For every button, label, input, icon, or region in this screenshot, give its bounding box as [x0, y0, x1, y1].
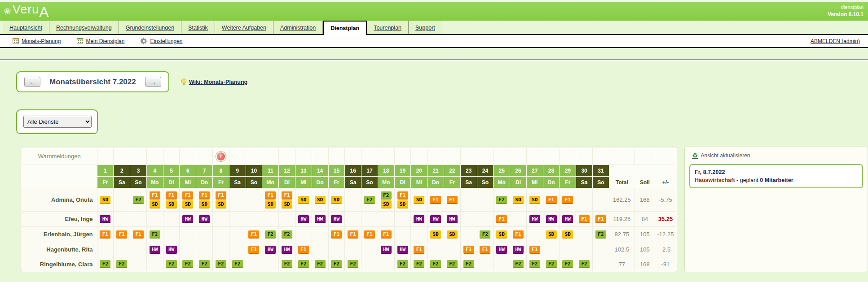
shift-badge-f1[interactable]: F1	[529, 246, 540, 254]
weekday-header-21[interactable]: Do	[427, 177, 444, 188]
weekday-header-25[interactable]: Mo	[493, 177, 510, 188]
shift-badge-f1[interactable]: F1	[496, 215, 507, 223]
shift-badge-f1[interactable]: F1	[100, 230, 110, 239]
roster-cell-day-26[interactable]: HW	[510, 242, 527, 257]
roster-cell-day-17[interactable]	[361, 257, 378, 271]
roster-cell-day-17[interactable]: F2	[361, 188, 378, 212]
roster-cell-day-13[interactable]: F2	[295, 257, 312, 271]
roster-cell-day-1[interactable]: F2	[97, 257, 114, 271]
roster-cell-day-24[interactable]: F2	[477, 227, 493, 242]
roster-cell-day-11[interactable]	[262, 212, 279, 227]
shift-badge-f1[interactable]: F1	[166, 191, 177, 200]
tab-statistik[interactable]: Statistik	[181, 21, 215, 34]
weekday-header-19[interactable]: Di	[394, 177, 411, 188]
shift-badge-f1[interactable]: F1	[546, 196, 557, 204]
roster-cell-day-10[interactable]	[246, 188, 262, 212]
roster-cell-day-6[interactable]: F1SD	[180, 188, 196, 212]
roster-cell-day-3[interactable]: F1	[130, 227, 147, 242]
next-month-button[interactable]: →	[145, 77, 161, 87]
shift-badge-f1[interactable]: F1	[248, 230, 259, 239]
weekday-header-17[interactable]: So	[361, 177, 378, 188]
roster-cell-day-28[interactable]	[543, 242, 560, 257]
roster-cell-day-21[interactable]: F1	[427, 188, 444, 212]
shift-badge-sd[interactable]: SD	[182, 200, 193, 208]
shift-badge-f2[interactable]: F2	[381, 191, 392, 200]
day-header-2[interactable]: 2	[114, 165, 130, 177]
refresh-view-link[interactable]: ♻ Ansicht aktualisieren	[692, 152, 863, 160]
roster-cell-day-3[interactable]	[130, 257, 147, 271]
tab-grundeinstellungen[interactable]: Grundeinstellungen	[119, 21, 181, 34]
roster-cell-day-17[interactable]: F1	[361, 227, 378, 242]
shift-badge-f2[interactable]: F2	[265, 230, 276, 239]
shift-badge-f2[interactable]: F2	[496, 196, 507, 204]
roster-cell-day-28[interactable]: F1	[543, 188, 560, 212]
shift-badge-hw[interactable]: HW	[166, 246, 177, 254]
tab-administration[interactable]: Administration	[273, 21, 323, 34]
roster-cell-day-15[interactable]: HW	[328, 212, 345, 227]
roster-cell-day-20[interactable]: HW	[411, 212, 427, 227]
roster-cell-day-23[interactable]	[460, 227, 477, 242]
shift-badge-sd[interactable]: SD	[496, 230, 507, 239]
roster-cell-day-9[interactable]	[229, 242, 246, 257]
weekday-header-13[interactable]: Mi	[295, 177, 312, 188]
shift-badge-f1[interactable]: F1	[381, 230, 392, 239]
shift-badge-sd[interactable]: SD	[562, 230, 573, 239]
roster-cell-day-5[interactable]: HW	[163, 242, 180, 257]
weekday-header-3[interactable]: So	[130, 177, 147, 188]
roster-cell-day-16[interactable]	[345, 188, 361, 212]
day-header-13[interactable]: 13	[295, 165, 312, 177]
roster-cell-day-12[interactable]: F1SD	[279, 188, 295, 212]
shift-badge-f2[interactable]: F2	[116, 260, 127, 268]
shift-badge-sd[interactable]: SD	[315, 196, 326, 204]
roster-cell-day-24[interactable]	[477, 257, 493, 271]
shift-badge-f2[interactable]: F2	[546, 260, 557, 268]
weekday-header-26[interactable]: Di	[510, 177, 527, 188]
roster-cell-day-27[interactable]	[526, 227, 543, 242]
day-header-27[interactable]: 27	[526, 165, 543, 177]
roster-cell-day-27[interactable]: F1	[526, 242, 543, 257]
roster-cell-day-16[interactable]: F1	[345, 227, 361, 242]
shift-badge-f2[interactable]: F2	[430, 260, 441, 268]
shift-badge-sd[interactable]: SD	[529, 196, 540, 204]
shift-badge-hw[interactable]: HW	[265, 246, 276, 254]
toolbar-link-einstellungen[interactable]: Einstellungen	[141, 38, 182, 44]
weekday-header-5[interactable]: Di	[163, 177, 180, 188]
shift-badge-hw[interactable]: HW	[529, 215, 540, 223]
shift-badge-sd[interactable]: SD	[100, 196, 110, 204]
shift-badge-hw[interactable]: HW	[447, 215, 458, 223]
weekday-header-29[interactable]: Fr	[560, 177, 576, 188]
roster-cell-day-31[interactable]	[593, 188, 609, 212]
shift-badge-hw[interactable]: HW	[282, 246, 292, 254]
shift-badge-hw[interactable]: HW	[562, 215, 573, 223]
day-header-21[interactable]: 21	[427, 165, 444, 177]
roster-cell-day-1[interactable]: SD	[97, 188, 114, 212]
roster-cell-day-14[interactable]	[312, 242, 328, 257]
roster-cell-day-24[interactable]	[477, 212, 493, 227]
roster-cell-day-18[interactable]	[378, 257, 394, 271]
roster-cell-day-9[interactable]: F2	[229, 257, 246, 271]
toolbar-link-mein-dienstplan[interactable]: Mein Dienstplan	[77, 38, 124, 44]
service-filter-select[interactable]: Alle Dienste	[23, 116, 92, 128]
shift-badge-hw[interactable]: HW	[199, 215, 210, 223]
shift-badge-f2[interactable]: F2	[133, 196, 144, 204]
roster-cell-day-26[interactable]: F2	[510, 257, 527, 271]
weekday-header-24[interactable]: So	[477, 177, 493, 188]
shift-badge-f2[interactable]: F2	[579, 260, 590, 268]
shift-badge-f1[interactable]: F1	[265, 191, 276, 200]
day-header-8[interactable]: 8	[213, 165, 229, 177]
roster-cell-day-17[interactable]	[361, 212, 378, 227]
roster-cell-day-12[interactable]: F2	[279, 227, 295, 242]
shift-badge-hw[interactable]: HW	[182, 215, 193, 223]
day-header-11[interactable]: 11	[262, 165, 279, 177]
weekday-header-1[interactable]: Fr	[97, 177, 114, 188]
roster-cell-day-13[interactable]: HW	[295, 212, 312, 227]
weekday-header-12[interactable]: Di	[279, 177, 295, 188]
roster-cell-day-14[interactable]: F2	[312, 257, 328, 271]
day-header-10[interactable]: 10	[246, 165, 262, 177]
roster-cell-day-3[interactable]	[130, 212, 147, 227]
shift-badge-sd[interactable]: SD	[546, 230, 557, 239]
roster-cell-day-29[interactable]: F2	[560, 257, 576, 271]
roster-cell-day-14[interactable]	[312, 227, 328, 242]
roster-cell-day-27[interactable]: SD	[526, 188, 543, 212]
shift-badge-f1[interactable]: F1	[463, 246, 474, 254]
